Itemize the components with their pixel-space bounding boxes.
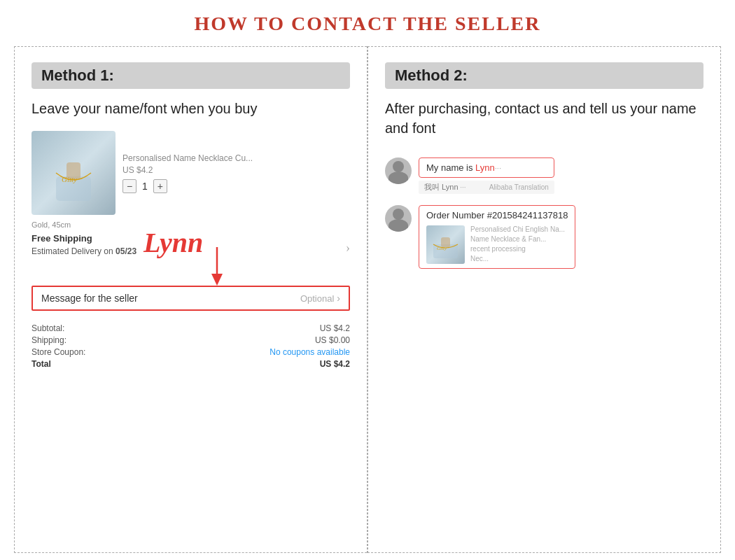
method2-chat-section: My name is Lynn··· 我叫 Lynn ··· Alibaba T… [385,158,704,269]
method2-badge: Method 2: [385,62,704,89]
delivery-date: 05/23 [115,246,136,256]
total-row: Total US $4.2 [31,359,350,369]
method1-description: Leave your name/font when you buy [31,99,350,118]
method1-mock-ui: Gitty Personalised Name Necklace Cu... U… [31,131,350,541]
shipping-sum-value: US $0.00 [315,335,350,345]
method1-panel: Method 1: Leave your name/font when you … [14,46,367,553]
order-summary: Subtotal: US $4.2 Shipping: US $0.00 Sto… [31,323,350,371]
message-seller-label: Message for the seller [41,293,138,304]
method2-description: After purchasing, contact us and tell us… [385,99,704,138]
message-seller-box[interactable]: Message for the seller Optional › [31,286,350,311]
avatar-body-2 [388,219,408,232]
optional-wrapper: Optional › [300,293,340,304]
optional-label: Optional [300,293,334,304]
product-info: Personalised Name Necklace Cu... US $4.2… [122,153,350,193]
shipping-row: Shipping: US $0.00 [31,335,350,345]
product-name: Personalised Name Necklace Cu... [122,153,350,163]
shipping-label: Free Shipping [31,233,136,244]
svg-text:Gitty: Gitty [437,246,447,251]
order-number-bubble: Order Number #201584241137818 Gitty [419,205,575,269]
product-image-inner: Gitty [31,131,115,215]
order-product-line3: recent processing [470,244,565,254]
method1-badge: Method 1: [31,62,350,89]
order-number-text: Order Number #201584241137818 [426,210,568,220]
order-product-text: Personalised Chi English Na... Name Neck… [470,225,565,264]
name-highlight: Lynn [475,162,495,173]
bubble-ellipsis: ··· [495,164,501,172]
page-title: HOW TO CONTACT THE SELLER [194,13,540,35]
lynn-annotation-wrapper: Lynn Message for the seller Optional › [31,265,350,318]
chat-bubble-wrapper-2: Order Number #201584241137818 Gitty [419,205,575,269]
avatar-head-2 [393,209,404,220]
qty-plus-button[interactable]: + [153,179,167,193]
methods-container: Method 1: Leave your name/font when you … [14,46,721,553]
chat-message-2: Order Number #201584241137818 Gitty [385,205,704,269]
chat-message-1: My name is Lynn··· 我叫 Lynn ··· Alibaba T… [385,158,704,194]
shipping-sum-label: Shipping: [31,335,66,345]
product-image: Gitty [31,131,115,215]
red-arrow-icon [203,247,231,286]
total-label: Total [31,359,51,369]
chat-bubble-wrapper-1: My name is Lynn··· 我叫 Lynn ··· Alibaba T… [419,158,554,194]
shipping-bold: Free Shipping [31,233,92,244]
subtotal-row: Subtotal: US $4.2 [31,323,350,333]
svg-text:Gitty: Gitty [62,175,77,183]
order-product-preview: Gitty Personalised Chi English Na... Nam… [426,225,568,264]
shipping-delivery: Estimated Delivery on 05/23 [31,246,136,256]
translation-suffix: ··· [458,183,466,191]
chat-bubble-1: My name is Lynn··· [419,158,554,178]
subtotal-value: US $4.2 [320,323,350,333]
order-product-line2: Name Necklace & Fan... [470,234,565,244]
qty-value: 1 [142,181,148,192]
svg-marker-4 [211,274,223,286]
coupon-value: No coupons available [270,347,350,357]
qty-row: − 1 + [122,179,350,193]
order-product-line1: Personalised Chi English Na... [470,225,565,234]
total-value: US $4.2 [320,359,350,369]
product-price: US $4.2 [122,165,350,175]
translation-bar-1: 我叫 Lynn ··· Alibaba Translation [419,181,554,194]
qty-minus-button[interactable]: − [122,179,136,193]
necklace-svg: Gitty [42,141,105,204]
translation-label: Alibaba Translation [489,183,549,191]
avatar-head-1 [393,161,404,172]
coupon-label: Store Coupon: [31,347,85,357]
order-necklace-svg: Gitty [430,229,461,260]
lynn-label: Lynn [144,226,203,259]
shipping-chevron[interactable]: › [346,241,350,255]
message-chevron-icon: › [337,293,340,304]
order-product-image: Gitty [426,225,465,264]
product-row: Gitty Personalised Name Necklace Cu... U… [31,131,350,215]
order-product-line4: Nec... [470,254,565,264]
translated-text: 我叫 Lynn ··· [424,183,466,191]
method2-panel: Method 2: After purchasing, contact us a… [368,46,721,553]
free-shipping-wrapper: Free Shipping Estimated Delivery on 05/2… [31,233,136,263]
avatar-body-1 [388,172,408,184]
avatar-2 [385,205,412,232]
coupon-row: Store Coupon: No coupons available [31,347,350,357]
page-wrapper: HOW TO CONTACT THE SELLER Method 1: Leav… [0,0,735,560]
subtotal-label: Subtotal: [31,323,64,333]
avatar-1 [385,158,412,184]
